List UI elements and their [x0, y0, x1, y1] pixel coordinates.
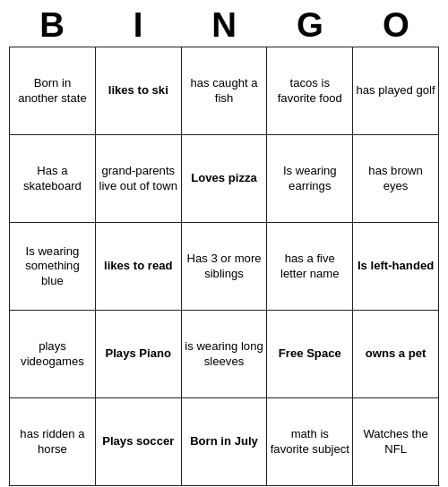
bingo-cell-r3-c0: plays videogames [10, 311, 96, 398]
bingo-cell-r2-c3: has a five letter name [267, 223, 353, 311]
header-letter-g: G [271, 5, 349, 45]
header-letter-b: B [13, 5, 91, 45]
header-letter-n: N [185, 5, 263, 45]
bingo-cell-r4-c2: Born in July [181, 398, 267, 486]
bingo-cell-r1-c2: Loves pizza [181, 135, 267, 223]
bingo-cell-r4-c4: Watches the NFL [353, 398, 439, 486]
bingo-cell-r0-c0: Born in another state [10, 47, 96, 135]
header-letter-o: O [357, 5, 435, 45]
bingo-cell-r3-c4: owns a pet [353, 311, 439, 398]
bingo-cell-r1-c3: Is wearing earrings [267, 135, 353, 223]
bingo-header: BINGO [9, 0, 439, 47]
bingo-cell-r3-c2: is wearing long sleeves [181, 311, 267, 398]
bingo-cell-r2-c1: likes to read [95, 223, 181, 311]
bingo-cell-r1-c0: Has a skateboard [10, 135, 96, 223]
bingo-cell-r4-c3: math is favorite subject [267, 398, 353, 486]
bingo-cell-r0-c1: likes to ski [95, 47, 181, 135]
bingo-cell-r3-c1: Plays Piano [95, 311, 181, 398]
bingo-cell-r4-c0: has ridden a horse [10, 398, 96, 486]
bingo-cell-r2-c4: Is left-handed [353, 223, 439, 311]
bingo-cell-r4-c1: Plays soccer [95, 398, 181, 486]
bingo-cell-r0-c2: has caught a fish [181, 47, 267, 135]
bingo-cell-r0-c4: has played golf [353, 47, 439, 135]
bingo-grid: Born in another statelikes to skihas cau… [9, 47, 439, 486]
bingo-cell-r2-c0: Is wearing something blue [10, 223, 96, 311]
bingo-cell-r1-c4: has brown eyes [353, 135, 439, 223]
bingo-cell-r3-c3: Free Space [267, 311, 353, 398]
header-letter-i: I [99, 5, 177, 45]
bingo-cell-r1-c1: grand-parents live out of town [95, 135, 181, 223]
bingo-cell-r0-c3: tacos is favorite food [267, 47, 353, 135]
bingo-cell-r2-c2: Has 3 or more siblings [181, 223, 267, 311]
